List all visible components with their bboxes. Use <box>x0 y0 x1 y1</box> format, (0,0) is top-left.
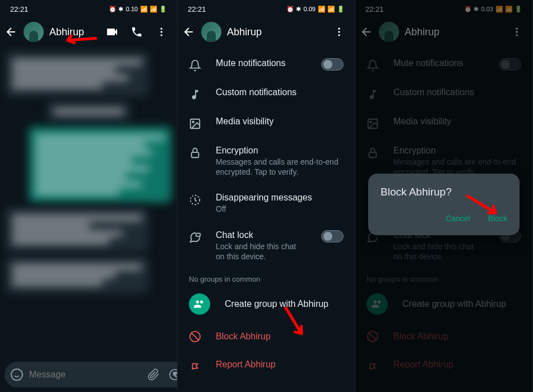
back-button[interactable] <box>182 25 196 39</box>
svg-point-0 <box>160 28 162 30</box>
chat-lock-icon <box>189 231 201 244</box>
attach-icon[interactable] <box>147 368 160 381</box>
message-input[interactable] <box>29 370 141 380</box>
overflow-menu-icon[interactable] <box>332 25 346 39</box>
svg-rect-14 <box>196 233 200 236</box>
custom-notifications-row[interactable]: Custom notifications <box>178 80 355 109</box>
groups-label: No groups in common <box>178 269 355 286</box>
timer-icon <box>189 194 201 206</box>
message-input-container: ₹ <box>4 362 178 388</box>
avatar[interactable] <box>24 22 44 42</box>
time: 22:21 <box>188 5 206 13</box>
header-actions <box>332 25 350 39</box>
svg-point-2 <box>160 34 162 36</box>
svg-point-8 <box>338 31 340 32</box>
back-button[interactable] <box>4 25 18 39</box>
group-icon <box>189 293 210 315</box>
svg-point-7 <box>338 28 340 30</box>
svg-point-1 <box>160 31 162 32</box>
contact-info-header: Abhirup <box>178 18 355 46</box>
svg-rect-12 <box>192 152 199 157</box>
panel-contact-info: 22:21 ⏰ ✱ 0.09 📶 📶 🔋 Abhirup Mute notifi… <box>178 0 355 392</box>
lock-icon <box>189 147 201 159</box>
chatlock-title: Chat lock <box>216 230 307 240</box>
header-actions <box>105 25 173 39</box>
mute-toggle[interactable] <box>321 58 344 71</box>
report-text: Report Abhirup <box>216 360 276 370</box>
report-row[interactable]: Report Abhirup <box>178 351 355 379</box>
disappearing-title: Disappearing messages <box>216 193 344 203</box>
chatlock-toggle[interactable] <box>321 230 344 242</box>
voice-call-icon[interactable] <box>130 25 143 39</box>
emoji-icon[interactable] <box>10 368 24 381</box>
svg-point-3 <box>11 369 22 380</box>
status-icons: ⏰ ✱ 0.10 📶 📶 🔋 <box>109 6 167 13</box>
status-bar: 22:21 ⏰ ✱ 0.10 📶 📶 🔋 <box>0 0 177 18</box>
svg-point-9 <box>338 34 340 36</box>
mute-title: Mute notifications <box>216 58 307 68</box>
time: 22:21 <box>10 5 29 13</box>
block-text: Block Abhirup <box>216 332 271 342</box>
chat-lock-row[interactable]: Chat lockLock and hide this chat on this… <box>178 222 355 269</box>
create-group-row[interactable]: Create group with Abhirup <box>178 286 355 323</box>
note-icon <box>189 88 201 101</box>
encryption-sub: Messages and calls are end-to-end encryp… <box>216 157 344 177</box>
panel-chat: 22:21 ⏰ ✱ 0.10 📶 📶 🔋 Abhirup ₹ <box>0 0 178 392</box>
status-bar: 22:21 ⏰ ✱ 0.09 📶 📶 🔋 <box>178 0 355 18</box>
settings-list: Mute notifications Custom notifications … <box>178 46 355 383</box>
contact-name: Abhirup <box>227 26 327 38</box>
panel-block-dialog: 22:21 ⏰ ✱ 0.03 📶 📶 🔋 Abhirup Mute notifi… <box>355 0 533 392</box>
input-icons: ₹ <box>147 368 178 381</box>
svg-line-16 <box>192 333 199 340</box>
block-row[interactable]: Block Abhirup <box>178 323 355 351</box>
svg-point-11 <box>192 121 194 123</box>
annotation-arrow <box>462 190 501 221</box>
block-icon <box>189 330 201 343</box>
media-title: Media visibility <box>216 116 344 127</box>
bell-icon <box>189 59 201 72</box>
dialog-overlay[interactable]: Block Abhirup? Cancel Block <box>355 0 532 392</box>
report-icon <box>189 358 201 371</box>
custom-title: Custom notifications <box>216 87 344 97</box>
overflow-menu-icon[interactable] <box>155 25 168 39</box>
image-icon <box>189 118 201 130</box>
status-icons: ⏰ ✱ 0.09 📶 📶 🔋 <box>286 6 345 13</box>
media-visibility-row[interactable]: Media visibility <box>178 109 355 138</box>
avatar[interactable] <box>201 22 221 42</box>
disappearing-row[interactable]: Disappearing messagesOff <box>178 185 355 222</box>
mute-notifications-row[interactable]: Mute notifications <box>178 50 355 80</box>
encryption-row[interactable]: EncryptionMessages and calls are end-to-… <box>178 138 355 185</box>
chatlock-sub: Lock and hide this chat on this device. <box>216 241 307 262</box>
chat-messages[interactable] <box>0 46 177 358</box>
create-group-text: Create group with Abhirup <box>225 299 328 309</box>
encryption-title: Encryption <box>216 146 344 156</box>
input-bar: ₹ <box>4 362 173 388</box>
disappearing-sub: Off <box>216 204 344 214</box>
svg-text:₹: ₹ <box>173 371 177 378</box>
payment-icon[interactable]: ₹ <box>168 368 178 381</box>
video-call-icon[interactable] <box>105 25 119 39</box>
